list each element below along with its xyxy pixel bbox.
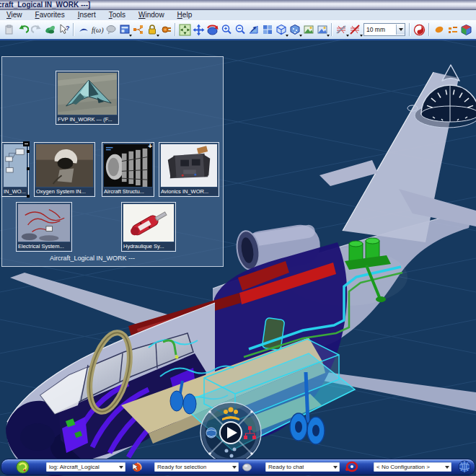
dimension-icon[interactable] bbox=[446, 23, 459, 36]
hydraulic-thumbnail-image bbox=[123, 204, 174, 242]
menu-bar: View Favorites Insert Tools Window Help bbox=[0, 10, 476, 21]
globe-status-icon[interactable] bbox=[458, 460, 471, 473]
window-layout-icon[interactable] bbox=[118, 23, 131, 36]
tile-label: IN_WO... bbox=[3, 188, 27, 195]
sketch-analysis-icon[interactable] bbox=[349, 23, 362, 36]
status-bar: log: Aircraft_Logical Ready for selectio… bbox=[1, 459, 475, 475]
svg-text:?: ? bbox=[66, 25, 70, 32]
zoom-in-icon[interactable] bbox=[220, 23, 233, 36]
iso-view-icon[interactable] bbox=[275, 23, 288, 36]
panel-caption: Aircraft_Logical IN_WORK --- bbox=[13, 255, 172, 262]
svg-text:f(ω): f(ω) bbox=[92, 26, 104, 35]
selection-handle[interactable] bbox=[27, 167, 30, 170]
3d-viewport[interactable]: FVP IN_WORK --- (F... IN_WO... bbox=[0, 39, 476, 476]
log-select-value: log: Aircraft_Logical bbox=[46, 464, 100, 470]
power-copy-icon[interactable] bbox=[44, 23, 57, 36]
expand-badge[interactable]: + bbox=[148, 143, 152, 150]
configuration-select[interactable]: < No Configuration > bbox=[374, 462, 451, 472]
tile-avionics[interactable]: Avionics IN_WOR... bbox=[159, 142, 219, 197]
navigation-wheel[interactable] bbox=[200, 402, 261, 463]
tile-label: Aircraft Structu... bbox=[103, 188, 153, 195]
fvp-thumbnail-image bbox=[58, 73, 117, 115]
normal-view-icon[interactable] bbox=[247, 23, 260, 36]
compass-arrow-icon[interactable] bbox=[442, 65, 459, 81]
toolbar-separator bbox=[73, 23, 74, 36]
oxygen-thumbnail-image bbox=[36, 144, 93, 187]
view-mode-alt-icon[interactable] bbox=[316, 23, 329, 36]
menu-insert[interactable]: Insert bbox=[71, 10, 102, 20]
multi-view-icon[interactable] bbox=[261, 23, 274, 36]
tile-label: Electrical System... bbox=[17, 242, 71, 250]
whats-this-help-icon[interactable]: ? bbox=[58, 23, 71, 36]
grid-spacing-value: 10 mm bbox=[364, 26, 385, 33]
tile-electrical-system[interactable]: Electrical System... bbox=[16, 202, 72, 252]
menu-tools[interactable]: Tools bbox=[102, 10, 132, 20]
tile-fvp[interactable]: FVP IN_WORK --- (F... bbox=[56, 71, 119, 125]
plug-icon[interactable] bbox=[159, 23, 172, 36]
tile-aircraft-structure[interactable]: Aircraft Structu... + bbox=[102, 142, 154, 197]
menu-window[interactable]: Window bbox=[132, 10, 171, 20]
paste-icon[interactable] bbox=[3, 23, 16, 36]
selection-status-select[interactable]: Ready for selection bbox=[154, 462, 239, 472]
menu-help[interactable]: Help bbox=[171, 10, 199, 20]
chat-status-select[interactable]: Ready to chat bbox=[265, 462, 340, 472]
log-select[interactable]: log: Aircraft_Logical bbox=[46, 462, 125, 472]
grid-spacing-dropdown-button[interactable] bbox=[396, 25, 405, 35]
undo-icon[interactable] bbox=[17, 23, 30, 36]
sketch-constraint-icon[interactable] bbox=[335, 23, 348, 36]
electrical-thumbnail-image bbox=[18, 204, 70, 242]
logical-structure-panel: FVP IN_WORK --- (F... IN_WO... bbox=[1, 56, 224, 267]
menu-view[interactable]: View bbox=[0, 10, 29, 20]
chat-icon[interactable] bbox=[105, 23, 118, 36]
grid-spacing-select[interactable]: 10 mm bbox=[363, 23, 405, 36]
avionics-thumbnail-image bbox=[161, 144, 217, 187]
left-stabilizer bbox=[319, 160, 378, 186]
toolbar-separator bbox=[331, 23, 332, 36]
render-style-icon[interactable] bbox=[288, 23, 301, 36]
tile-label: Oxygen System IN... bbox=[35, 188, 94, 195]
structure-thumbnail-image bbox=[104, 144, 152, 187]
toolbar-separator bbox=[428, 23, 430, 36]
flyout-icon[interactable] bbox=[77, 23, 90, 36]
lock-icon[interactable] bbox=[146, 23, 159, 36]
toolbar-separator bbox=[409, 23, 410, 36]
window-title: craft_Logical IN_WORK ---] bbox=[0, 0, 476, 9]
clay-icon[interactable] bbox=[433, 23, 446, 36]
menu-favorites[interactable]: Favorites bbox=[29, 10, 71, 20]
connector-icon[interactable] bbox=[132, 23, 145, 36]
tile-label: FVP IN_WORK --- (F... bbox=[57, 115, 118, 123]
main-toolbar: ? f(ω) 10 mm bbox=[0, 20, 476, 40]
compass-home-icon[interactable] bbox=[16, 460, 30, 474]
collapse-handle[interactable] bbox=[23, 141, 30, 146]
tile-label: Hydraulique Sy... bbox=[123, 242, 175, 250]
zoom-out-icon[interactable] bbox=[234, 23, 247, 36]
tile-hydraulic-system[interactable]: Hydraulique Sy... bbox=[121, 202, 176, 252]
selection-handle[interactable] bbox=[27, 150, 30, 153]
assembly-cube-icon[interactable] bbox=[460, 23, 473, 36]
view-mode-icon[interactable] bbox=[302, 23, 315, 36]
configuration-value: < No Configuration > bbox=[374, 464, 430, 470]
selection-status-value: Ready for selection bbox=[154, 464, 206, 470]
tile-label: Avionics IN_WOR... bbox=[160, 188, 218, 195]
redo-icon[interactable] bbox=[30, 23, 43, 36]
rotate-icon[interactable] bbox=[206, 23, 219, 36]
logical-diagram-thumbnail-image bbox=[4, 144, 27, 187]
tile-logical-diagram[interactable]: IN_WO... bbox=[1, 142, 29, 197]
arena-icon[interactable] bbox=[413, 23, 426, 36]
clay-status-icon[interactable] bbox=[242, 462, 252, 472]
tile-oxygen-system[interactable]: Oxygen System IN... bbox=[34, 142, 95, 197]
chat-status-value: Ready to chat bbox=[265, 464, 304, 470]
title-bar[interactable]: craft_Logical IN_WORK ---] bbox=[0, 0, 476, 10]
formula-icon[interactable]: f(ω) bbox=[91, 23, 104, 36]
pan-icon[interactable] bbox=[193, 23, 206, 36]
fit-all-in-icon[interactable] bbox=[179, 23, 192, 36]
world-icon[interactable] bbox=[206, 428, 216, 438]
selection-handle[interactable] bbox=[27, 195, 30, 198]
toolbar-separator bbox=[175, 23, 176, 36]
pointer-status-icon[interactable] bbox=[131, 462, 142, 473]
comet-status-icon[interactable] bbox=[343, 461, 358, 473]
application-window: craft_Logical IN_WORK ---] View Favorite… bbox=[0, 0, 476, 476]
